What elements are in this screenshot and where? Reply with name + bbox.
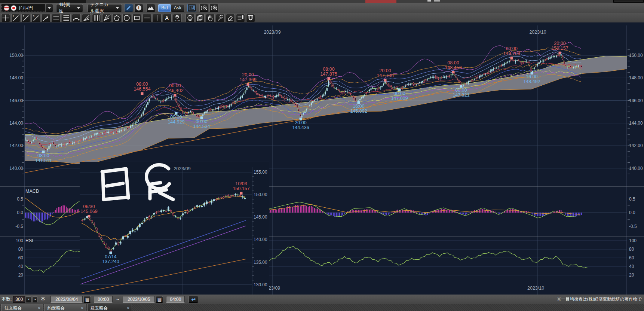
arc-tool-button[interactable]: [72, 14, 81, 22]
count-increase-button[interactable]: ▲: [32, 296, 38, 302]
svg-text:80: 80: [629, 247, 634, 252]
bar-count-input[interactable]: 300: [13, 296, 25, 303]
crosshair-tool-button[interactable]: [1, 14, 10, 22]
fx-chart-app: ドル/円 4時間足 テクニカル選択 i Bid Ask: [0, 0, 644, 311]
svg-text:147.321: 147.321: [453, 92, 469, 98]
svg-text:142.00: 142.00: [629, 143, 643, 148]
svg-text:145.892: 145.892: [350, 109, 367, 114]
svg-text:144.00: 144.00: [629, 121, 643, 126]
pencil-line-icon: [42, 14, 50, 22]
close-icon[interactable]: ×: [127, 306, 129, 310]
svg-text:147.369: 147.369: [239, 77, 256, 82]
chevron-up-icon: ▲: [34, 298, 36, 301]
tab-order-inquiry[interactable]: 注文照会×: [1, 304, 43, 311]
wrench-tool-button[interactable]: [216, 14, 225, 22]
area-chart-button[interactable]: [146, 4, 155, 12]
chart-area: 08:00146.55400:00146.40220:00147.36908:0…: [0, 22, 644, 295]
vertical-line-tool-button[interactable]: [153, 14, 162, 22]
pair-dropdown-button[interactable]: [46, 4, 53, 12]
ellipse-tool-button[interactable]: [122, 14, 131, 22]
quad-horizontal-line-tool-button[interactable]: [62, 14, 71, 22]
undo-arrow-icon: ↩: [191, 296, 196, 302]
svg-text:60: 60: [18, 255, 24, 260]
gann-fan-tool-button[interactable]: [102, 14, 111, 22]
svg-text:20: 20: [18, 272, 24, 278]
copy-icon: [196, 14, 204, 22]
tick-chart-button[interactable]: [187, 4, 196, 12]
vertical-grid-tool-button[interactable]: [92, 14, 101, 22]
trendline-2-tool-button[interactable]: 2: [21, 14, 30, 22]
trendline-3-tool-button[interactable]: 3: [31, 14, 40, 22]
pencil-line-tool-button[interactable]: [42, 14, 50, 22]
date-from-calendar-button[interactable]: ▦: [83, 296, 91, 303]
bar-chart-icon: [188, 4, 195, 11]
text-tool-button[interactable]: A: [163, 14, 172, 22]
svg-text:RSI: RSI: [25, 238, 33, 243]
tab-label: 約定照会: [47, 305, 65, 311]
eraser-icon: [226, 14, 234, 22]
zoom-in-button[interactable]: [209, 4, 218, 12]
svg-text:-0.5: -0.5: [629, 224, 637, 229]
close-icon[interactable]: ×: [38, 306, 40, 310]
date-to-field[interactable]: 2023/10/05: [123, 296, 155, 303]
pan-hand-tool-button[interactable]: [206, 14, 215, 22]
trendline-1-tool-button[interactable]: 1: [11, 14, 20, 22]
double-horizontal-line-tool-button[interactable]: [52, 14, 61, 22]
title-strip-marks: [427, 0, 431, 1]
date-from-field[interactable]: 2023/08/04: [50, 296, 83, 303]
close-icon[interactable]: ×: [81, 306, 83, 310]
reset-range-button[interactable]: ↩: [188, 296, 198, 303]
drawing-toolbar: 123AICON: [0, 13, 644, 23]
chevron-down-icon: [77, 7, 80, 9]
pentagon-tool-button[interactable]: [112, 14, 121, 22]
svg-text:140.00: 140.00: [629, 166, 643, 171]
history-tool-button[interactable]: [185, 14, 194, 22]
info-button[interactable]: i: [134, 4, 143, 12]
technical-select[interactable]: テクニカル選択: [88, 4, 122, 12]
draw-pencil-button[interactable]: [124, 4, 133, 12]
range-separator: ~: [116, 297, 119, 302]
horizontal-line-tool-button[interactable]: [142, 14, 151, 22]
inset-axis-labels: 155.00150.00145.00140.00135.00130.002023…: [174, 166, 267, 287]
tab-position-inquiry[interactable]: 建玉照会×: [87, 304, 132, 311]
count-decrease-button[interactable]: ▼: [26, 296, 31, 302]
svg-text:10/03: 10/03: [235, 181, 247, 186]
svg-text:142.00: 142.00: [9, 143, 23, 148]
zoom-out-button[interactable]: [199, 4, 208, 12]
chevron-down-icon: ▼: [27, 298, 30, 301]
annotation-00:00-146.402: 00:00146.402: [166, 83, 183, 97]
svg-text:80: 80: [18, 247, 24, 252]
svg-text:00:00: 00:00: [506, 46, 517, 51]
date-to-calendar-button[interactable]: ▦: [156, 296, 163, 303]
tab-execution-inquiry[interactable]: 約定照会×: [44, 304, 86, 311]
bar-count-unit: 本: [41, 296, 45, 302]
rectangle-tool-button[interactable]: [132, 14, 141, 22]
icon-stamp-tool-button[interactable]: ICON: [173, 14, 182, 22]
timeframe-select[interactable]: 4時間足: [56, 4, 83, 12]
svg-text:2023/10: 2023/10: [529, 30, 546, 35]
magnet-tool-button[interactable]: [246, 14, 255, 22]
currency-pair-label: ドル/円: [18, 5, 33, 11]
svg-text:20:00: 20:00: [554, 41, 565, 46]
svg-text:150.157: 150.157: [551, 46, 568, 51]
bid-button[interactable]: Bid: [158, 4, 171, 12]
arc-icon: [72, 14, 80, 22]
time-from-field[interactable]: 00:00: [94, 296, 113, 303]
svg-text:08:00: 08:00: [323, 67, 334, 72]
indicator-settings-tool-button[interactable]: [236, 14, 245, 22]
copy-tool-button[interactable]: [196, 14, 205, 22]
svg-text:08:00: 08:00: [447, 60, 459, 65]
currency-pair-selector[interactable]: ドル/円: [1, 4, 45, 12]
chevron-down-icon: [116, 7, 119, 9]
svg-text:00:00: 00:00: [169, 83, 181, 88]
inset-daily-chart[interactable]: 155.00150.00145.00140.00135.00130.002023…: [80, 162, 269, 295]
svg-text:40: 40: [18, 264, 24, 269]
time-to-field[interactable]: 04:00: [166, 296, 185, 303]
tab-label: 建玉照会: [91, 305, 108, 311]
fan-lines-tool-button[interactable]: [82, 14, 91, 22]
annotation-07/14-137.240: 07/14137.240: [102, 251, 119, 264]
svg-text:100: 100: [16, 238, 23, 243]
ask-button[interactable]: Ask: [171, 4, 184, 12]
eraser-tool-button[interactable]: [226, 14, 235, 22]
svg-text:155.00: 155.00: [254, 170, 267, 175]
